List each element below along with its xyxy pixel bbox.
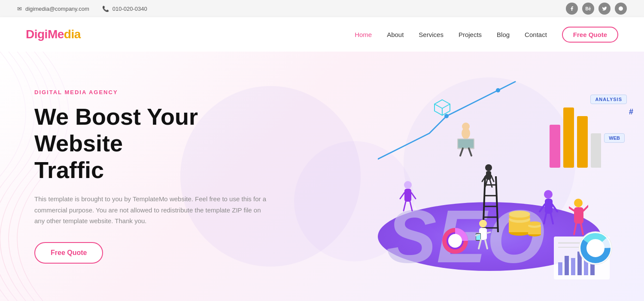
svg-line-51 <box>574 224 576 234</box>
svg-line-28 <box>482 175 486 181</box>
nav-services[interactable]: Services <box>419 31 444 38</box>
nav-blog[interactable]: Blog <box>497 31 510 38</box>
hero-description: This template is brought to you by Templ… <box>34 194 266 227</box>
label-web: WEB <box>604 133 625 143</box>
topbar-contacts: ✉ digimedia@company.com 📞 010-020-0340 <box>17 6 147 12</box>
person-purple <box>539 189 558 232</box>
svg-point-53 <box>404 181 412 189</box>
svg-rect-70 <box>571 258 575 275</box>
social-links: Bē <box>566 3 627 15</box>
main-nav: Home About Services Projects Blog Contac… <box>355 27 618 43</box>
svg-point-14 <box>462 123 470 130</box>
svg-line-18 <box>469 148 471 156</box>
header: DigiMedia Home About Services Projects B… <box>0 17 644 52</box>
svg-line-30 <box>485 180 487 187</box>
svg-line-58 <box>410 202 412 211</box>
nav-projects[interactable]: Projects <box>459 31 482 38</box>
person-laptop <box>451 120 481 159</box>
svg-point-47 <box>574 199 583 207</box>
svg-point-83 <box>448 234 462 248</box>
person-climbing <box>480 163 497 189</box>
nav-home[interactable]: Home <box>355 31 372 38</box>
behance-icon[interactable]: Bē <box>582 3 594 15</box>
header-free-quote-button[interactable]: Free Quote <box>562 27 618 43</box>
svg-point-59 <box>479 220 487 227</box>
svg-point-80 <box>589 241 602 255</box>
email-address: digimedia@company.com <box>25 6 89 12</box>
hero-section: DIGITAL MEDIA AGENCY We Boost Your Websi… <box>0 52 644 301</box>
circle-monitor <box>577 230 614 267</box>
svg-rect-42 <box>545 199 553 214</box>
svg-line-31 <box>490 180 492 187</box>
svg-line-17 <box>460 148 463 156</box>
donut-chart <box>438 224 472 258</box>
cube-icon <box>434 99 451 116</box>
svg-rect-16 <box>458 139 474 148</box>
phone-contact: 📞 010-020-0340 <box>102 6 147 12</box>
svg-line-46 <box>551 214 553 224</box>
svg-rect-68 <box>558 262 562 275</box>
label-hash: # <box>629 108 633 117</box>
bar-chart <box>550 99 601 168</box>
hero-title-line1: We Boost Your Website <box>34 104 198 156</box>
coins-group <box>507 211 541 236</box>
svg-line-55 <box>400 193 404 199</box>
svg-rect-7 <box>577 116 588 168</box>
email-contact: ✉ digimedia@company.com <box>17 6 89 12</box>
hero-free-quote-button[interactable]: Free Quote <box>34 242 103 264</box>
logo-digi: DigiMe <box>26 28 64 41</box>
svg-rect-54 <box>404 189 411 202</box>
svg-line-11 <box>442 104 450 108</box>
svg-line-49 <box>569 207 574 211</box>
svg-point-26 <box>485 164 492 171</box>
hero-illustration: SEO ANALYSIS WEB # <box>335 52 644 301</box>
svg-rect-6 <box>563 108 574 168</box>
facebook-icon[interactable] <box>566 3 578 15</box>
person-mobile <box>472 219 494 254</box>
label-analysis: ANALYSIS <box>590 95 627 104</box>
hero-content: DIGITAL MEDIA AGENCY We Boost Your Websi… <box>0 63 301 289</box>
dribbble-icon[interactable] <box>615 3 627 15</box>
svg-line-43 <box>540 204 545 212</box>
hero-title: We Boost Your Website Traffic <box>34 103 266 183</box>
phone-number: 010-020-0340 <box>112 6 147 12</box>
svg-line-66 <box>485 240 487 249</box>
svg-rect-48 <box>574 207 583 224</box>
svg-line-65 <box>479 240 481 249</box>
person-bottom-left <box>399 181 416 219</box>
topbar: ✉ digimedia@company.com 📞 010-020-0340 B… <box>0 0 644 17</box>
svg-rect-69 <box>565 256 569 275</box>
seo-scene: SEO ANALYSIS WEB # <box>343 64 635 288</box>
svg-point-0 <box>619 6 623 11</box>
svg-point-4 <box>496 88 500 92</box>
email-icon: ✉ <box>17 6 22 12</box>
svg-line-10 <box>434 104 442 108</box>
hero-title-line2: Traffic <box>34 157 104 183</box>
svg-rect-5 <box>550 125 560 168</box>
hero-subtitle: DIGITAL MEDIA AGENCY <box>34 89 266 95</box>
logo[interactable]: DigiMedia <box>26 28 81 41</box>
logo-dia: di <box>64 28 74 41</box>
twitter-icon[interactable] <box>598 3 611 15</box>
svg-line-56 <box>411 193 416 199</box>
svg-line-50 <box>583 206 588 211</box>
svg-line-29 <box>491 175 494 181</box>
svg-rect-8 <box>591 133 601 168</box>
svg-line-57 <box>404 202 406 211</box>
svg-line-64 <box>487 232 490 233</box>
phone-icon: 📞 <box>102 6 109 12</box>
svg-rect-27 <box>486 171 491 180</box>
logo-a: a <box>74 28 81 41</box>
svg-line-44 <box>552 204 557 212</box>
svg-line-45 <box>544 214 546 224</box>
nav-contact[interactable]: Contact <box>525 31 547 38</box>
nav-about[interactable]: About <box>387 31 404 38</box>
svg-point-36 <box>509 211 530 218</box>
svg-point-41 <box>544 190 553 199</box>
